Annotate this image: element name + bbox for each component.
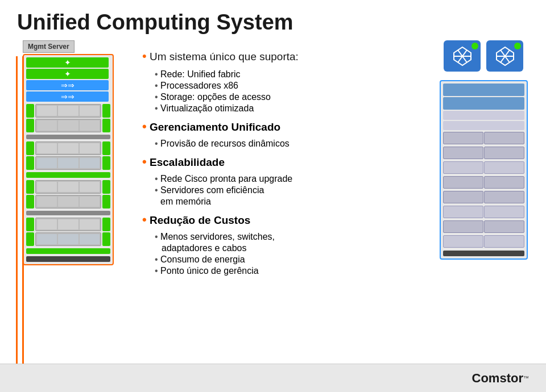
bullet-energia: • Consumo de energia — [155, 255, 415, 265]
right-green-strip-2 — [102, 119, 110, 132]
right-green-strip-6 — [102, 195, 110, 208]
rc-b4 — [484, 147, 524, 159]
blue-blade-1: ⇒⇒ — [26, 80, 109, 90]
bullet-virt: • Virtualização otimizada — [155, 103, 415, 114]
bullet-adapt: adaptadores e cabos — [162, 243, 415, 253]
bullet-memoria: em memória — [160, 197, 415, 207]
rc-b16 — [484, 235, 524, 248]
server-section-6 — [26, 195, 110, 208]
rc-row-5 — [443, 191, 524, 203]
sb24 — [80, 234, 100, 244]
rc-b9 — [443, 191, 483, 203]
left-green-strip-6 — [26, 195, 34, 208]
sb10 — [37, 158, 57, 168]
content-section: • Um sistema único que suporta: • Rede: … — [131, 40, 427, 286]
rc-b10 — [484, 191, 524, 203]
brand-name: Comstor — [472, 371, 523, 386]
comstor-logo: Comstor™ — [472, 371, 529, 386]
chassis-divider-2 — [26, 211, 110, 215]
sb9 — [80, 143, 100, 153]
rc-b1 — [443, 132, 483, 144]
rc-b12 — [484, 206, 524, 218]
blue-blade-2: ⇒⇒ — [26, 91, 109, 102]
sb17 — [58, 197, 78, 207]
rc-b2 — [484, 132, 524, 144]
switch-icons-row — [444, 40, 523, 72]
left-green-strip-4 — [26, 156, 34, 170]
switch-icon-1 — [444, 40, 481, 72]
fabric-blade-row-1: ⇒⇒ — [26, 80, 110, 90]
bullet-gerenc: • Gerenciamento Unificado — [142, 119, 415, 134]
rc-b8 — [484, 176, 524, 189]
sb12 — [80, 158, 100, 168]
sb7 — [37, 143, 57, 153]
rc-row-3 — [443, 161, 524, 174]
rc-row-8 — [443, 235, 524, 248]
left-green-strip-2 — [26, 119, 34, 132]
chassis-divider-1 — [26, 135, 110, 139]
server-section-4 — [26, 156, 110, 170]
server-blades-1 — [35, 104, 101, 118]
server-blades-8 — [35, 232, 101, 246]
bullet-reducao: • Redução de Custos — [142, 212, 415, 227]
sb4 — [37, 120, 57, 131]
server-blades-4 — [35, 156, 101, 170]
bullet-provisao: • Provisão de recursos dinâmicos — [155, 139, 415, 149]
rc-row-2 — [443, 147, 524, 159]
sub-reducao: • Menos servidores, switches, adaptadore… — [142, 231, 415, 277]
sb23 — [58, 234, 78, 244]
right-green-strip-4 — [102, 156, 110, 170]
right-green-strip-5 — [102, 180, 110, 194]
bottom-bar: Comstor™ — [0, 364, 546, 392]
blade-icon-4: ⇒⇒ — [61, 92, 75, 101]
sub-bullets-group-1: • Rede: Unified fabric • Processadores x… — [142, 68, 415, 115]
sb21 — [80, 219, 100, 230]
intro-text: • Um sistema único que suporta: — [142, 49, 415, 64]
main-content: Mgmt Server ✦ ✦ ⇒⇒ — [0, 40, 546, 286]
left-green-strip-5 — [26, 180, 34, 194]
rc-row-4 — [443, 176, 524, 189]
server-section-3 — [26, 141, 110, 155]
blade-icon-3: ⇒⇒ — [61, 81, 75, 90]
sb19 — [37, 219, 57, 230]
sb22 — [37, 234, 57, 244]
trademark-symbol: ™ — [523, 375, 529, 381]
rc-b11 — [443, 206, 483, 218]
sub-gerenc: • Provisão de recursos dinâmicos — [142, 137, 415, 150]
server-section-8 — [26, 232, 110, 246]
sb14 — [58, 182, 78, 192]
switch-arrows-svg-1 — [451, 46, 474, 66]
sb3 — [80, 106, 100, 116]
switch-dot-1 — [471, 43, 478, 49]
server-section-7 — [26, 218, 110, 231]
left-green-strip-3 — [26, 141, 34, 155]
bullet-menos: • Menos servidores, switches, — [155, 232, 415, 242]
rc-b7 — [443, 176, 483, 189]
rc-row-7 — [443, 220, 524, 233]
switch-dot-2 — [514, 43, 521, 49]
server-blades-6 — [35, 195, 101, 208]
rc-row-6 — [443, 206, 524, 218]
mgmt-blade-row-2: ✦ — [26, 69, 110, 79]
rc-b15 — [443, 235, 483, 248]
chassis-base — [26, 256, 110, 262]
server-section-2 — [26, 119, 110, 132]
sb20 — [58, 219, 78, 230]
left-chassis: ✦ ✦ ⇒⇒ ⇒⇒ — [23, 54, 114, 265]
rc-b3 — [443, 147, 483, 159]
sb6 — [80, 120, 100, 131]
green-blade-2: ✦ — [26, 69, 109, 79]
right-green-strip-8 — [102, 232, 110, 246]
rc-b5 — [443, 161, 483, 174]
right-green-strip-7 — [102, 218, 110, 231]
blade-icon-1: ✦ — [64, 58, 71, 67]
server-section-5 — [26, 180, 110, 194]
mgmt-server-label: Mgmt Server — [23, 40, 75, 53]
right-green-strip-1 — [102, 104, 110, 118]
rc-light-1 — [443, 111, 524, 120]
sub-escal: • Rede Cisco pronta para upgrade • Servi… — [142, 173, 415, 208]
fabric-blade-row-2: ⇒⇒ — [26, 91, 110, 102]
rc-light-2 — [443, 121, 524, 130]
left-chassis-section: Mgmt Server ✦ ✦ ⇒⇒ — [6, 40, 131, 265]
mgmt-blade-row-1: ✦ — [26, 57, 110, 68]
